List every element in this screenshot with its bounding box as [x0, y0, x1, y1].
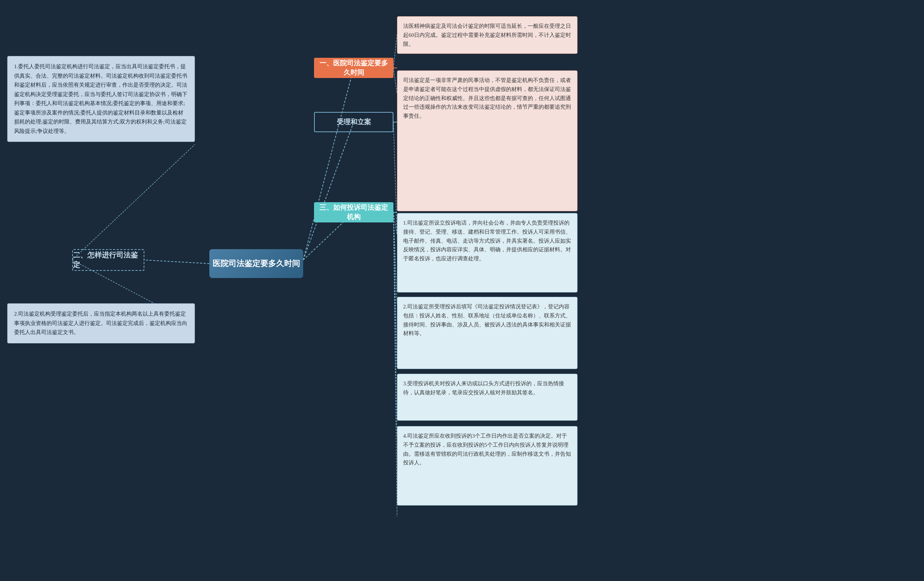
svg-line-4	[393, 34, 397, 68]
right-text-box-1: 法医精神病鉴定及司法会计鉴定的时限可适当延长，一般应在受理之日起60日内完成。鉴…	[397, 16, 578, 54]
left-branch-label: 二、怎样进行司法鉴定	[73, 250, 144, 270]
right-text-1-content: 法医精神病鉴定及司法会计鉴定的时限可适当延长，一般应在受理之日起60日内完成。鉴…	[403, 23, 571, 47]
svg-line-1	[303, 68, 354, 260]
right-branch-3: 三、如何投诉司法鉴定机构	[314, 202, 393, 222]
right-branch-2-label: 受理和立案	[337, 118, 371, 127]
svg-line-8	[393, 212, 397, 303]
right-text-box-3: 1.司法鉴定所设立投诉电话，并向社会公布，并由专人负责受理投诉的接待、登记、受理…	[397, 213, 578, 293]
left-text-box-2: 2.司法鉴定机构受理鉴定委托后，应当指定本机构两名以上具有委托鉴定事项执业资格的…	[7, 303, 195, 343]
right-branch-2: 受理和立案	[314, 112, 393, 132]
left-text-1-content: 1.委托人委托司法鉴定机构进行司法鉴定，应当出具司法鉴定委托书，提供真实、合法、…	[14, 63, 187, 134]
svg-line-10	[393, 212, 397, 437]
svg-line-2	[303, 122, 354, 260]
svg-line-5	[393, 68, 397, 94]
right-text-box-4: 2.司法鉴定所受理投诉后填写《司法鉴定投诉情况登记表》，登记内容包括：投诉人姓名…	[397, 297, 578, 369]
right-text-box-5: 3.受理投诉机关对投诉人来访或以口头方式进行投诉的，应当热情接待，认真做好笔录，…	[397, 374, 578, 420]
svg-line-11	[393, 212, 397, 516]
right-text-box-6: 4.司法鉴定所应在收到投诉的3个工作日内作出是否立案的决定。对于不予立案的投诉，…	[397, 426, 578, 505]
right-text-6-content: 4.司法鉴定所应在收到投诉的3个工作日内作出是否立案的决定。对于不予立案的投诉，…	[403, 433, 571, 465]
central-node-label: 医院司法鉴定要多久时间	[213, 258, 300, 269]
right-text-3-content: 1.司法鉴定所设立投诉电话，并向社会公布，并由专人负责受理投诉的接待、登记、受理…	[403, 220, 571, 262]
right-branch-3-label: 三、如何投诉司法鉴定机构	[316, 203, 391, 222]
mind-map-container: 医院司法鉴定要多久时间 二、怎样进行司法鉴定 一、医院司法鉴定要多久时间 受理和…	[0, 0, 924, 581]
left-text-box-1: 1.委托人委托司法鉴定机构进行司法鉴定，应当出具司法鉴定委托书，提供真实、合法、…	[7, 56, 195, 142]
right-text-2-content: 司法鉴定是一项非常严肃的民事活动，不管是鉴定机构不负责任，或者是申请鉴定者可能在…	[403, 77, 571, 119]
left-branch-node: 二、怎样进行司法鉴定	[72, 249, 144, 271]
central-node: 医院司法鉴定要多久时间	[210, 249, 303, 278]
right-text-4-content: 2.司法鉴定所受理投诉后填写《司法鉴定投诉情况登记表》，登记内容包括：投诉人姓名…	[403, 304, 571, 336]
right-text-5-content: 3.受理投诉机关对投诉人来访或以口头方式进行投诉的，应当热情接待，认真做好笔录，…	[403, 381, 564, 396]
right-text-box-2: 司法鉴定是一项非常严肃的民事活动，不管是鉴定机构不负责任，或者是申请鉴定者可能在…	[397, 70, 578, 211]
right-branch-1-label: 一、医院司法鉴定要多久时间	[316, 58, 391, 77]
svg-line-6	[393, 122, 397, 235]
left-text-2-content: 2.司法鉴定机构受理鉴定委托后，应当指定本机构两名以上具有委托鉴定事项执业资格的…	[14, 311, 187, 335]
right-branch-1: 一、医院司法鉴定要多久时间	[314, 58, 393, 78]
svg-line-0	[144, 260, 210, 263]
svg-line-12	[72, 144, 195, 260]
